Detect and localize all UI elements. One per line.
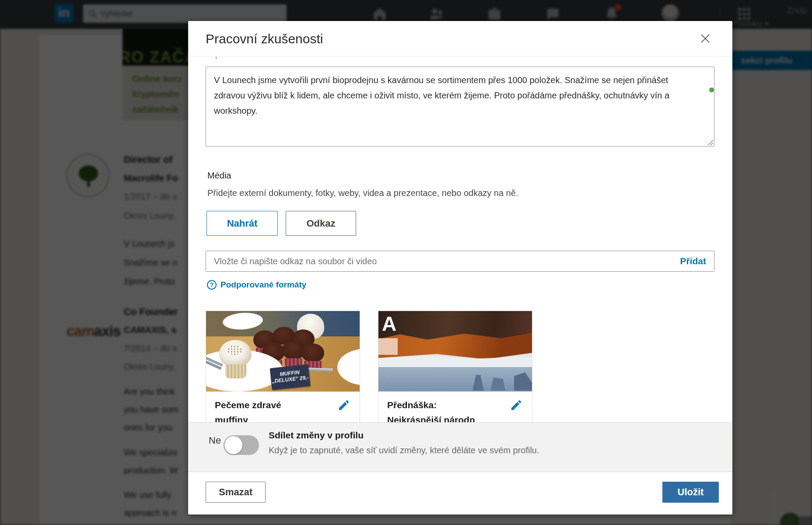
textarea-resize-handle[interactable] xyxy=(707,139,713,145)
edit-pencil-icon[interactable] xyxy=(510,399,523,412)
media-section-description: Přidejte externí dokumenty, fotky, weby,… xyxy=(207,188,518,198)
media-url-row: Přidat xyxy=(206,251,714,272)
toggle-knob xyxy=(224,436,242,454)
save-button[interactable]: Uložit xyxy=(662,482,719,503)
chalkboard-sign: MUFFIN „DELUXE" 29,- xyxy=(270,364,311,390)
toggle-state-label: Ne xyxy=(209,435,221,446)
edit-pencil-icon[interactable] xyxy=(337,399,350,412)
link-button[interactable]: Odkaz xyxy=(286,211,356,236)
upload-button[interactable]: Nahrát xyxy=(206,211,278,236)
share-toggle-description: Když je to zapnuté, vaše síť uvidí změny… xyxy=(269,445,539,455)
share-changes-toggle[interactable] xyxy=(224,435,259,455)
supported-formats-link[interactable]: ? Podporované formáty xyxy=(207,280,306,290)
status-green-dot xyxy=(709,88,714,92)
media-section-label: Média xyxy=(207,171,231,181)
edit-work-experience-modal: Pracovní zkušenosti Popis V Lounech jsme… xyxy=(188,21,732,514)
add-link-button[interactable]: Přidat xyxy=(680,256,714,266)
field-label-clipped: Popis xyxy=(206,57,234,60)
share-toggle-title: Sdílet změny v profilu xyxy=(269,430,364,441)
media-url-input[interactable] xyxy=(206,256,680,266)
media-thumbnail-muffins: MUFFIN „DELUXE" 29,- xyxy=(206,311,360,392)
modal-title: Pracovní zkušenosti xyxy=(206,32,323,46)
header-divider xyxy=(188,56,732,56)
help-icon: ? xyxy=(207,280,217,290)
media-thumbnail-landscape: A xyxy=(378,311,532,392)
description-textarea[interactable]: V Lounech jsme vytvořili první bioprodej… xyxy=(206,66,714,147)
thumbnail-overlay-letter: A xyxy=(382,312,396,336)
screen: in xyxy=(0,0,812,525)
share-changes-bar: Ne Sdílet změny v profilu Když je to zap… xyxy=(188,422,732,472)
delete-button[interactable]: Smazat xyxy=(206,482,266,503)
close-icon[interactable] xyxy=(696,29,715,48)
